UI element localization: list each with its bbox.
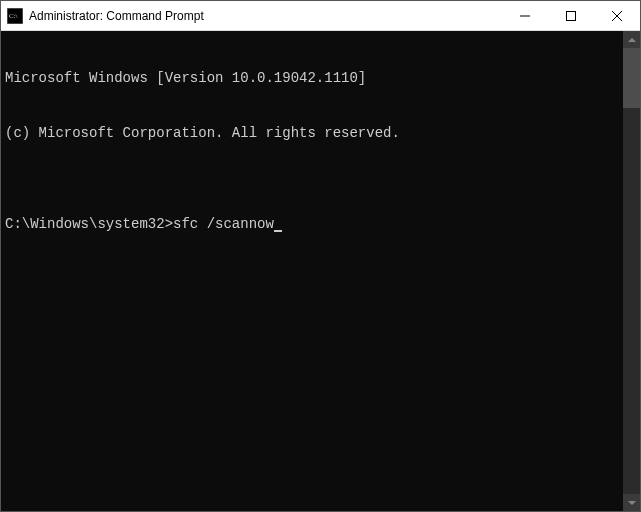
minimize-button[interactable] (502, 1, 548, 30)
scrollbar-down-arrow[interactable] (623, 494, 640, 511)
svg-text:C:\: C:\ (9, 12, 18, 20)
window-title: Administrator: Command Prompt (29, 9, 502, 23)
scrollbar-up-arrow[interactable] (623, 31, 640, 48)
chevron-up-icon (628, 36, 636, 44)
minimize-icon (520, 11, 530, 21)
cmd-icon: C:\ (7, 8, 23, 24)
close-button[interactable] (594, 1, 640, 30)
window-controls (502, 1, 640, 30)
maximize-button[interactable] (548, 1, 594, 30)
prompt-text: C:\Windows\system32> (5, 216, 173, 232)
command-prompt-window: C:\ Administrator: Command Prompt (0, 0, 641, 512)
version-line: Microsoft Windows [Version 10.0.19042.11… (5, 69, 619, 87)
scrollbar-thumb[interactable] (623, 48, 640, 108)
command-text: sfc /scannow (173, 216, 274, 232)
titlebar[interactable]: C:\ Administrator: Command Prompt (1, 1, 640, 31)
terminal-output[interactable]: Microsoft Windows [Version 10.0.19042.11… (1, 31, 623, 511)
maximize-icon (566, 11, 576, 21)
svg-rect-4 (567, 11, 576, 20)
prompt-line: C:\Windows\system32>sfc /scannow (5, 215, 619, 233)
content-area: Microsoft Windows [Version 10.0.19042.11… (1, 31, 640, 511)
chevron-down-icon (628, 499, 636, 507)
vertical-scrollbar[interactable] (623, 31, 640, 511)
close-icon (612, 11, 622, 21)
copyright-line: (c) Microsoft Corporation. All rights re… (5, 124, 619, 142)
cursor (274, 230, 282, 232)
